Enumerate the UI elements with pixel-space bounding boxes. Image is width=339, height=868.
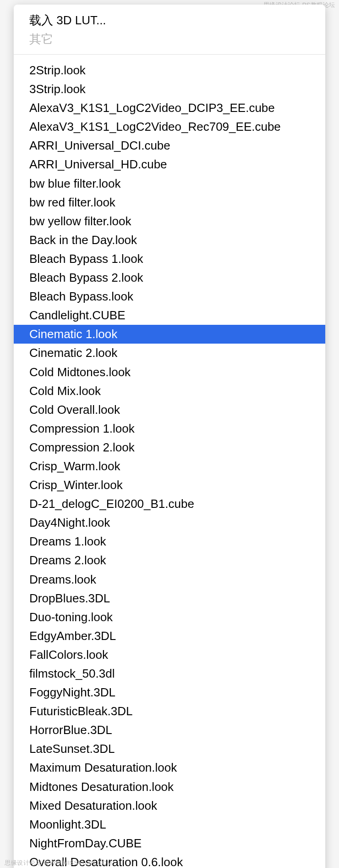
lut-option[interactable]: Bleach Bypass 2.look [14,268,325,287]
lut-option[interactable]: 2Strip.look [14,61,325,80]
lut-option[interactable]: Cold Overall.look [14,401,325,419]
lut-option[interactable]: bw red filter.look [14,193,325,212]
lut-option[interactable]: DropBlues.3DL [14,589,325,608]
lut-option[interactable]: Cold Mix.look [14,382,325,401]
dropdown-header: 载入 3D LUT... 其它 [14,5,325,55]
lut-option[interactable]: ARRI_Universal_DCI.cube [14,136,325,155]
lut-list: 2Strip.look3Strip.lookAlexaV3_K1S1_LogC2… [14,55,325,868]
lut-option[interactable]: 3Strip.look [14,80,325,99]
lut-dropdown-panel: 载入 3D LUT... 其它 2Strip.look3Strip.lookAl… [14,5,325,868]
lut-option[interactable]: AlexaV3_K1S1_LogC2Video_DCIP3_EE.cube [14,99,325,117]
lut-option[interactable]: Bleach Bypass 1.look [14,250,325,268]
lut-option[interactable]: Midtones Desaturation.look [14,778,325,796]
lut-option[interactable]: AlexaV3_K1S1_LogC2Video_Rec709_EE.cube [14,117,325,136]
other-option: 其它 [14,30,325,49]
load-3d-lut-option[interactable]: 载入 3D LUT... [14,11,325,30]
lut-option[interactable]: bw blue filter.look [14,174,325,193]
lut-option[interactable]: Duo-toning.look [14,608,325,627]
watermark-bottom: 思缘设计论坛 WWW.MISSYUAN.COM [5,859,112,867]
lut-option[interactable]: Day4Night.look [14,513,325,532]
lut-option[interactable]: Cinematic 2.look [14,344,325,362]
lut-option[interactable]: FuturisticBleak.3DL [14,702,325,721]
lut-option[interactable]: NightFromDay.CUBE [14,834,325,853]
lut-option[interactable]: Bleach Bypass.look [14,287,325,306]
lut-option[interactable]: Dreams 1.look [14,532,325,551]
lut-option[interactable]: filmstock_50.3dl [14,664,325,683]
lut-option[interactable]: FallColors.look [14,645,325,664]
lut-option[interactable]: bw yellow filter.look [14,212,325,231]
lut-option[interactable]: HorrorBlue.3DL [14,721,325,740]
lut-option[interactable]: Mixed Desaturation.look [14,796,325,815]
lut-option[interactable]: ARRI_Universal_HD.cube [14,155,325,174]
lut-option[interactable]: Maximum Desaturation.look [14,758,325,777]
lut-option[interactable]: D-21_delogC_EI0200_B1.cube [14,495,325,513]
lut-option[interactable]: Back in the Day.look [14,231,325,250]
lut-option[interactable]: Dreams 2.look [14,551,325,570]
lut-option[interactable]: Compression 2.look [14,438,325,457]
lut-option[interactable]: FoggyNight.3DL [14,683,325,702]
lut-option[interactable]: Dreams.look [14,570,325,589]
lut-option[interactable]: Moonlight.3DL [14,815,325,834]
lut-option[interactable]: Compression 1.look [14,419,325,438]
lut-option[interactable]: Cold Midtones.look [14,363,325,382]
lut-option[interactable]: Candlelight.CUBE [14,306,325,325]
lut-option[interactable]: EdgyAmber.3DL [14,627,325,645]
lut-option[interactable]: Crisp_Winter.look [14,476,325,495]
lut-option[interactable]: Cinematic 1.look [14,325,325,344]
lut-option[interactable]: Crisp_Warm.look [14,457,325,476]
lut-option[interactable]: LateSunset.3DL [14,740,325,758]
